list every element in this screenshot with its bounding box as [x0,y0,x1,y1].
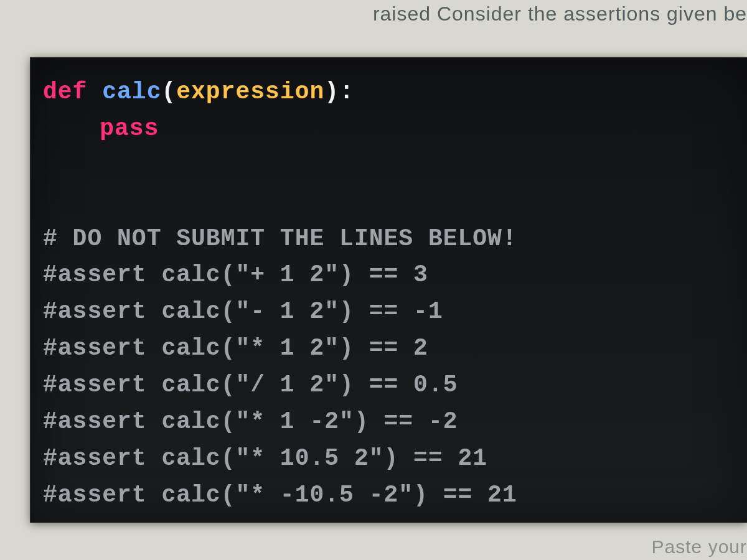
close-paren: ) [324,78,339,105]
code-line: #assert calc("- 1 2") == -1 [43,294,735,330]
comment: #assert calc("* 10.5 2") == 21 [43,445,487,472]
code-line [43,184,735,221]
open-paren: ( [161,78,176,105]
parameter: expression [176,78,324,105]
comment: #assert calc("* 1 -2") == -2 [43,408,458,435]
code-line: #assert calc("* 1 2") == 2 [43,330,735,367]
space [87,78,102,105]
function-name: calc [102,78,161,105]
comment: #assert calc("* -10.5 -2") == 21 [43,482,517,508]
keyword-pass: pass [100,115,159,142]
comment: #assert calc("+ 1 2") == 3 [43,261,428,288]
code-line: #assert calc("+ 1 2") == 3 [43,257,735,294]
comment: #assert calc("/ 1 2") == 0.5 [43,371,458,398]
page-context-top: raised Consider the assertions given be [373,2,747,26]
colon: : [339,78,354,105]
comment: #assert calc("* 1 2") == 2 [43,335,428,362]
code-line [43,147,735,184]
code-line: # DO NOT SUBMIT THE LINES BELOW! [43,221,735,258]
page-context-bottom: Paste your [652,536,747,558]
comment: #assert calc("- 1 2") == -1 [43,298,443,325]
code-line: def calc(expression): [43,74,735,111]
code-line: #assert calc("/ 1 2") == 0.5 [43,367,735,404]
code-line: pass [43,111,735,147]
keyword-def: def [43,78,87,105]
code-block: def calc(expression):pass # DO NOT SUBMI… [30,57,747,523]
code-line: #assert calc("* 1 -2") == -2 [43,404,735,441]
code-line: #assert calc("* 10.5 2") == 21 [43,441,735,477]
comment: # DO NOT SUBMIT THE LINES BELOW! [43,225,517,252]
code-line: #assert calc("* -10.5 -2") == 21 [43,477,735,514]
